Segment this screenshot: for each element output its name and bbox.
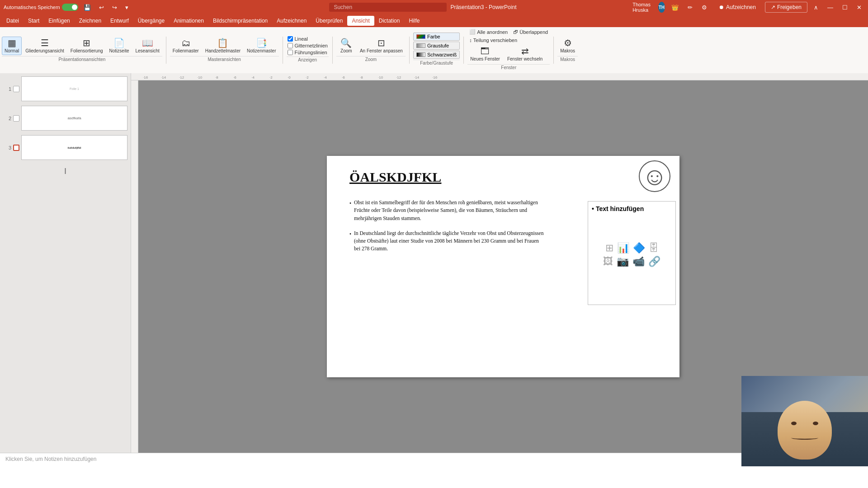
menu-entwurf[interactable]: Entwurf <box>106 16 133 26</box>
ruler-v-svg <box>131 80 138 352</box>
undo-button[interactable]: ↩ <box>96 2 107 13</box>
settings-icon[interactable]: ⚙ <box>699 2 710 13</box>
ribbon-overlapping-btn[interactable]: 🗗 Überlappend <box>511 28 550 36</box>
ribbon-fenster-wechseln-btn[interactable]: ⇄ Fenster wechseln <box>505 45 545 63</box>
notes-master-icon: 📑 <box>256 38 267 47</box>
ribbon-alle-anordnen-btn[interactable]: ⬜ Alle anordnen <box>467 28 509 36</box>
menu-zeichnen[interactable]: Zeichnen <box>75 16 106 26</box>
slide-text-box-right[interactable]: • Text hinzufügen ⊞ 📊 🔷 🗄 🖼 <box>588 201 676 305</box>
separator-6 <box>553 37 554 64</box>
menu-animationen[interactable]: Animationen <box>169 16 208 26</box>
separator-5 <box>463 37 464 64</box>
slide-num-2: 2 <box>3 116 11 121</box>
picture-icon: 🖼 <box>603 256 613 267</box>
ribbon-makros-btn[interactable]: ⚙ Makros <box>557 37 578 55</box>
svg-text:·6: ·6 <box>233 75 236 80</box>
minimize-button[interactable]: — <box>825 2 836 13</box>
ribbon-leseansicht-btn[interactable]: 📖 Leseansicht <box>132 37 162 55</box>
menu-aufzeichnen[interactable]: Aufzeichnen <box>272 16 311 26</box>
color-graustufe-btn[interactable]: Graustufe <box>413 42 460 50</box>
svg-text:·4: ·4 <box>324 75 327 80</box>
ribbon-gliederung-btn[interactable]: ☰ Gliederungsansicht <box>23 37 67 55</box>
ribbon-zoom-btn[interactable]: 🔍 Zoom <box>336 37 356 55</box>
menu-datei[interactable]: Datei <box>2 16 24 26</box>
slide-body[interactable]: • Obst ist ein Sammelbegriff der für den… <box>349 199 544 260</box>
normal-view-icon: ▦ <box>8 38 16 47</box>
ribbon-content: ▦ Normal ☰ Gliederungsansicht ⊞ Folienso… <box>0 27 868 73</box>
ribbon-normal-btn[interactable]: ▦ Normal <box>2 37 22 55</box>
check-gitternetze[interactable]: Gitternetzlinien <box>287 42 329 49</box>
ribbon-notizenmaster-btn[interactable]: 📑 Notizenmaster <box>244 37 278 55</box>
main-layout: 1 Folie 1 2 asdfkafa 3 öalskdjfkl I <box>0 73 868 453</box>
smartart-icon: 🔷 <box>633 242 645 254</box>
menu-ansicht[interactable]: Ansicht <box>347 16 374 26</box>
bullet-item-2: • In Deutschland liegt der durchschnittl… <box>349 230 544 253</box>
slide-panel: 1 Folie 1 2 asdfkafa 3 öalskdjfkl I <box>0 73 131 453</box>
check-lineal[interactable]: Lineal <box>287 36 329 42</box>
menu-uebergaenge[interactable]: Übergänge <box>133 16 169 26</box>
search-input[interactable] <box>329 3 447 12</box>
slide-thumb-3[interactable]: 3 öalskdjfkl <box>2 134 129 161</box>
ribbon-teilung-btn[interactable]: ↕ Teilung verschieben <box>467 37 519 44</box>
color-buttons: Farbe Graustufe Schwarzweiß <box>413 33 460 59</box>
svg-text:·12: ·12 <box>179 75 184 80</box>
slide-thumb-2[interactable]: 2 asdfkafa <box>2 104 129 132</box>
video-icon: 📹 <box>632 256 645 267</box>
svg-text:·8: ·8 <box>215 75 218 80</box>
ribbon-fit-window-btn[interactable]: ⊡ An Fenster anpassen <box>357 37 406 55</box>
ribbon: ▦ Normal ☰ Gliederungsansicht ⊞ Folienso… <box>0 27 868 73</box>
separator-3 <box>332 37 333 64</box>
svg-text:·4: ·4 <box>251 75 255 80</box>
cursor-indicator: I <box>2 163 129 180</box>
svg-text:·16: ·16 <box>432 75 438 80</box>
color-swatch <box>416 34 425 39</box>
placeholder-icons-row-2: 🖼 📷 📹 🔗 <box>603 256 660 267</box>
pen-icon[interactable]: ✏ <box>685 2 695 13</box>
photo-icon: 📷 <box>617 256 629 267</box>
svg-text:·2: ·2 <box>269 75 273 80</box>
more-button[interactable]: ▾ <box>123 2 131 13</box>
save-button[interactable]: 💾 <box>81 2 94 13</box>
menu-einfuegen[interactable]: Einfügen <box>44 16 74 26</box>
webcam-face <box>741 376 868 466</box>
share-button[interactable]: ↗ Freigeben <box>765 2 807 13</box>
bw-swatch <box>416 52 425 57</box>
face-circle <box>778 401 832 460</box>
slide-title[interactable]: ÖALSKDJFKL <box>349 169 441 185</box>
menu-start[interactable]: Start <box>24 16 44 26</box>
menu-dictation[interactable]: Dictation <box>374 16 405 26</box>
notes-area[interactable]: Klicken Sie, um Notizen hinzuzufügen <box>0 453 868 488</box>
slide-indicator-3 <box>13 145 19 151</box>
svg-text:·10: ·10 <box>378 75 383 80</box>
color-schwarzweiss-btn[interactable]: Schwarzweiß <box>413 51 460 59</box>
autosave-toggle[interactable]: Automatisches Speichern <box>4 4 78 11</box>
menu-hilfe[interactable]: Hilfe <box>404 16 424 26</box>
group-label-zoom: Zoom <box>336 56 406 63</box>
menu-bildschirm[interactable]: Bildschirmpräsentation <box>208 16 272 26</box>
slide-canvas[interactable]: ÖALSKDJFKL ☺ • Obst ist ein Sammelbegrif… <box>327 156 679 377</box>
collapse-ribbon-button[interactable]: ∧ <box>811 2 821 13</box>
group-makros: ⚙ Makros Makros <box>557 37 578 64</box>
ruler-vertical <box>131 80 138 453</box>
autosave-toggle-pill[interactable] <box>62 4 78 11</box>
ribbon-notizseite-btn[interactable]: 📄 Notizseite <box>107 37 132 55</box>
redo-button[interactable]: ↪ <box>109 2 120 13</box>
record-icon: ⏺ <box>719 4 724 10</box>
group-prasentationsansichten: ▦ Normal ☰ Gliederungsansicht ⊞ Folienso… <box>2 37 162 64</box>
autosave-label: Automatisches Speichern <box>4 5 60 10</box>
crown-icon[interactable]: 👑 <box>669 2 681 13</box>
slide-thumb-1[interactable]: 1 Folie 1 <box>2 75 129 103</box>
record-button[interactable]: ⏺ Aufzeichnen <box>713 2 761 12</box>
maximize-button[interactable]: ☐ <box>840 2 850 13</box>
menu-ueberpruefen[interactable]: Überprüfen <box>311 16 347 26</box>
check-fuehrungslinien[interactable]: Führungslinien <box>287 49 329 56</box>
group-zoom: 🔍 Zoom ⊡ An Fenster anpassen Zoom <box>336 37 406 64</box>
slide-master-icon: 🗂 <box>181 38 190 47</box>
ribbon-neues-fenster-btn[interactable]: 🗔 Neues Fenster <box>467 45 503 63</box>
svg-text:·14: ·14 <box>161 75 166 80</box>
color-farbe-btn[interactable]: Farbe <box>413 33 460 41</box>
ribbon-folienmaster-btn[interactable]: 🗂 Folienmaster <box>170 37 202 55</box>
close-button[interactable]: ✕ <box>854 2 864 13</box>
ribbon-handzettelmaster-btn[interactable]: 📋 Handzettelmaster <box>203 37 243 55</box>
ribbon-foliensortierung-btn[interactable]: ⊞ Foliensortierung <box>68 37 106 55</box>
